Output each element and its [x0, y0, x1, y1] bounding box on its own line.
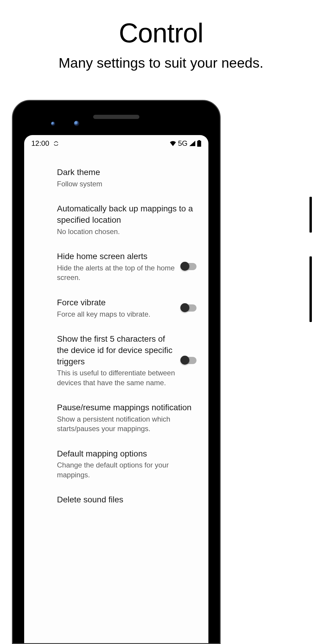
setting-text: Force vibrate Force all key maps to vibr…: [57, 297, 176, 319]
phone-camera-icon: [51, 122, 55, 126]
setting-backup[interactable]: Automatically back up mappings to a spec…: [57, 196, 199, 244]
setting-delete-sound[interactable]: Delete sound files: [57, 487, 199, 513]
setting-subtitle: Change the default options for your mapp…: [57, 460, 199, 480]
toggle-thumb: [180, 262, 189, 271]
phone-screen: 12:00 5G: [24, 135, 208, 643]
setting-hide-alerts[interactable]: Hide home screen alerts Hide the alerts …: [57, 244, 199, 290]
phone-side-button: [309, 197, 312, 233]
setting-text: Delete sound files: [57, 494, 199, 505]
update-icon: [53, 141, 59, 146]
toggle-thumb: [180, 356, 189, 365]
setting-title: Hide home screen alerts: [57, 251, 176, 262]
setting-default-options[interactable]: Default mapping options Change the defau…: [57, 441, 199, 487]
setting-title: Dark theme: [57, 167, 199, 178]
setting-text: Dark theme Follow system: [57, 167, 199, 189]
toggle-switch[interactable]: [182, 304, 196, 312]
setting-title: Delete sound files: [57, 494, 199, 505]
phone-frame: 12:00 5G: [12, 100, 221, 644]
setting-title: Automatically back up mappings to a spec…: [57, 203, 199, 226]
status-bar: 12:00 5G: [24, 135, 208, 151]
setting-subtitle: Follow system: [57, 179, 199, 189]
phone-side-button: [309, 256, 312, 322]
setting-title: Show the first 5 characters of the devic…: [57, 333, 176, 367]
setting-subtitle: Show a persistent notification which sta…: [57, 414, 199, 434]
setting-text: Automatically back up mappings to a spec…: [57, 203, 199, 236]
network-label: 5G: [178, 139, 188, 148]
signal-icon: [189, 141, 195, 146]
svg-rect-1: [198, 140, 200, 141]
status-right: 5G: [170, 139, 201, 148]
toggle-switch[interactable]: [182, 357, 196, 364]
page-title: Control: [0, 18, 322, 49]
toggle-thumb: [180, 303, 189, 312]
setting-subtitle: Force all key maps to vibrate.: [57, 309, 176, 319]
setting-subtitle: Hide the alerts at the top of the home s…: [57, 263, 176, 283]
phone-body: 12:00 5G: [12, 100, 221, 644]
battery-icon: [197, 140, 201, 147]
setting-title: Force vibrate: [57, 297, 176, 308]
status-left: 12:00: [31, 139, 59, 148]
setting-notification[interactable]: Pause/resume mappings notification Show …: [57, 395, 199, 441]
setting-subtitle: This is useful to differentiate between …: [57, 368, 176, 388]
settings-list: Dark theme Follow system Automatically b…: [24, 151, 208, 513]
setting-title: Default mapping options: [57, 448, 199, 459]
status-time: 12:00: [31, 139, 49, 148]
setting-force-vibrate[interactable]: Force vibrate Force all key maps to vibr…: [57, 290, 199, 326]
page-header: Control Many settings to suit your needs…: [0, 0, 322, 71]
svg-rect-0: [197, 141, 201, 147]
setting-text: Pause/resume mappings notification Show …: [57, 402, 199, 434]
setting-device-id[interactable]: Show the first 5 characters of the devic…: [57, 326, 199, 395]
page-subtitle: Many settings to suit your needs.: [0, 55, 322, 71]
phone-camera-icon: [74, 121, 79, 126]
setting-subtitle: No location chosen.: [57, 227, 199, 236]
wifi-icon: [170, 141, 176, 146]
setting-text: Show the first 5 characters of the devic…: [57, 333, 176, 388]
setting-text: Hide home screen alerts Hide the alerts …: [57, 251, 176, 283]
setting-dark-theme[interactable]: Dark theme Follow system: [57, 160, 199, 196]
setting-text: Default mapping options Change the defau…: [57, 448, 199, 480]
toggle-switch[interactable]: [182, 263, 196, 270]
setting-title: Pause/resume mappings notification: [57, 402, 199, 413]
phone-speaker: [93, 115, 140, 119]
